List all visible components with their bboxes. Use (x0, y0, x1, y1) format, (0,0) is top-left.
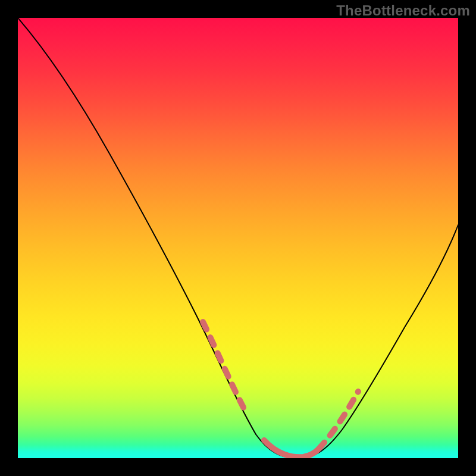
plot-area (18, 18, 458, 458)
watermark-text: TheBottleneck.com (336, 2, 470, 19)
marker-bottom-solid (264, 440, 318, 457)
curve-svg (18, 18, 458, 458)
chart-frame: TheBottleneck.com (0, 0, 476, 476)
marker-right-dashes (319, 392, 358, 449)
marker-left-dashes (203, 322, 247, 414)
